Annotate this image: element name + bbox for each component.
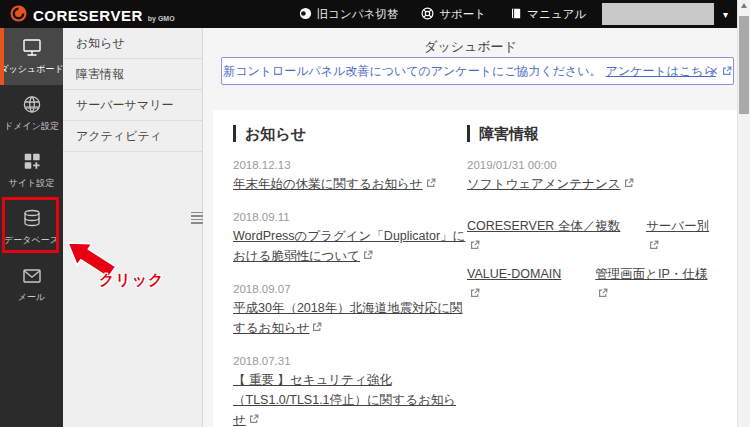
sidebar-item-label: データベース — [4, 234, 59, 247]
survey-banner-message: 新コントロールパネル改善についてのアンケートにご協力ください。 — [223, 63, 601, 80]
dashboard-icon — [21, 38, 43, 58]
account-box[interactable] — [602, 3, 714, 25]
incident-filter-link[interactable]: 管理画面とIP・仕様 — [595, 264, 717, 304]
external-link-icon — [598, 288, 608, 298]
sidebar-item-database[interactable]: データベース — [0, 199, 63, 256]
news-link-label: 平成30年（2018年）北海道地震対応に関するお知らせ — [233, 301, 463, 335]
scrollbar-thumb[interactable] — [739, 16, 749, 114]
incident-item: 2019/01/31 00:00 ソフトウェアメンテナンス — [467, 159, 717, 194]
submenu-item-activity[interactable]: アクティビティ — [63, 121, 202, 152]
news-link-label: 年末年始の休業に関するお知らせ — [233, 177, 423, 191]
sidebar-item-dashboard[interactable]: ダッシュボード — [0, 28, 63, 85]
news-link[interactable]: 平成30年（2018年）北海道地震対応に関するお知らせ — [233, 301, 463, 335]
top-nav: 旧コンパネ切替 サポート マニュアル — [299, 7, 586, 22]
survey-banner: 新コントロールパネル改善についてのアンケートにご協力ください。 アンケートはこち… — [221, 57, 734, 85]
coreserver-logo: CORESERVER by GMO — [0, 5, 175, 23]
news-link[interactable]: 【 重要 】セキュリティ強化（TLS1.0/TLS1.1停止）に関するお知らせ — [233, 373, 456, 427]
survey-link-label: アンケートはこちら — [606, 63, 716, 80]
incidents-section: 障害情報 2019/01/31 00:00 ソフトウェアメンテナンス CORES… — [467, 125, 717, 427]
submenu-item-news[interactable]: お知らせ — [63, 28, 202, 59]
incidents-heading: 障害情報 — [467, 125, 717, 142]
external-link-icon — [363, 250, 373, 260]
external-link-icon — [722, 66, 732, 76]
news-item: 2018.09.11 WordPressのプラグイン「Duplicator」にお… — [233, 211, 467, 266]
sidebar-item-site[interactable]: サイト設定 — [0, 142, 63, 199]
link-label: VALUE-DOMAIN — [467, 267, 561, 281]
external-link-icon — [624, 178, 634, 188]
annotation-click-label: クリック — [99, 271, 164, 290]
support-label: サポート — [439, 7, 486, 22]
vertical-scrollbar — [737, 0, 750, 427]
news-link-label: 【 重要 】セキュリティ強化（TLS1.0/TLS1.1停止）に関するお知らせ — [233, 373, 456, 427]
brand-name: CORESERVER — [33, 8, 143, 23]
scrollbar-up-arrow[interactable] — [738, 0, 750, 13]
sidebar-item-label: サイト設定 — [9, 177, 55, 190]
news-link-label: WordPressのプラグイン「Duplicator」における脆弱性について — [233, 229, 465, 263]
news-section: お知らせ 2018.12.13 年末年始の休業に関するお知らせ 2018.09.… — [233, 125, 467, 427]
submenu-item-incidents[interactable]: 障害情報 — [63, 59, 202, 90]
panel-resize-grip[interactable] — [191, 212, 203, 224]
manual-button[interactable]: マニュアル — [509, 7, 586, 22]
old-panel-switch-label: 旧コンパネ切替 — [317, 7, 399, 22]
external-link-icon — [470, 288, 480, 298]
sidebar-item-label: ダッシュボード — [0, 63, 64, 76]
link-label: サーバー別 — [646, 219, 709, 233]
incident-link[interactable]: ソフトウェアメンテナンス — [467, 177, 634, 191]
old-panel-switch-button[interactable]: 旧コンパネ切替 — [299, 7, 399, 22]
news-item: 2018.09.07 平成30年（2018年）北海道地震対応に関するお知らせ — [233, 283, 467, 338]
site-grid-plus-icon — [21, 152, 43, 172]
brand-suffix: by GMO — [148, 15, 175, 23]
top-bar: CORESERVER by GMO 旧コンパネ切替 サポート マニュアル — [0, 0, 737, 28]
mail-icon — [21, 266, 43, 286]
incident-links: CORESERVER 全体／複数 サーバー別 VALUE-DOMAIN 管理画面… — [467, 216, 717, 304]
external-link-icon — [649, 240, 659, 250]
news-date: 2018.09.07 — [233, 283, 467, 295]
news-item: 2018.07.31 【 重要 】セキュリティ強化（TLS1.0/TLS1.1停… — [233, 355, 467, 427]
news-date: 2018.09.11 — [233, 211, 467, 223]
banner-close-button[interactable]: × — [709, 63, 718, 78]
incident-link-label: ソフトウェアメンテナンス — [467, 177, 621, 191]
support-button[interactable]: サポート — [421, 7, 486, 22]
domain-globe-icon: www — [21, 95, 43, 115]
support-icon — [421, 7, 434, 22]
sidebar-item-label: メール — [18, 291, 45, 304]
link-label: CORESERVER 全体／複数 — [467, 219, 620, 233]
manual-label: マニュアル — [527, 7, 586, 22]
svg-text:www: www — [24, 104, 39, 110]
coreserver-logo-icon — [10, 5, 27, 22]
account-caret-icon[interactable]: ▾ — [723, 9, 728, 20]
news-date: 2018.07.31 — [233, 355, 467, 367]
news-link[interactable]: WordPressのプラグイン「Duplicator」における脆弱性について — [233, 229, 465, 263]
incident-filter-link[interactable]: VALUE-DOMAIN — [467, 264, 571, 304]
toggle-icon — [299, 7, 312, 22]
incident-date: 2019/01/31 00:00 — [467, 159, 717, 171]
news-item: 2018.12.13 年末年始の休業に関するお知らせ — [233, 159, 467, 194]
sidebar-item-mail[interactable]: メール — [0, 256, 63, 313]
external-link-icon — [312, 322, 322, 332]
incident-filter-link[interactable]: CORESERVER 全体／複数 — [467, 216, 622, 256]
external-link-icon — [426, 178, 436, 188]
manual-icon — [509, 7, 522, 22]
news-link[interactable]: 年末年始の休業に関するお知らせ — [233, 177, 436, 191]
sidebar-item-label: ドメイン設定 — [4, 120, 59, 133]
submenu-item-server-summary[interactable]: サーバーサマリー — [63, 90, 202, 121]
dashboard-submenu: お知らせ 障害情報 サーバーサマリー アクティビティ — [63, 28, 203, 427]
external-link-icon — [249, 414, 259, 424]
dashboard-card: お知らせ 2018.12.13 年末年始の休業に関するお知らせ 2018.09.… — [213, 110, 737, 427]
news-date: 2018.12.13 — [233, 159, 467, 171]
link-label: 管理画面とIP・仕様 — [595, 267, 707, 281]
incident-filter-link[interactable]: サーバー別 — [646, 216, 717, 256]
main-content: ダッシュボード 新コントロールパネル改善についてのアンケートにご協力ください。 … — [204, 28, 737, 427]
sidebar: ダッシュボード www ドメイン設定 サイト設定 デー — [0, 28, 63, 427]
sidebar-item-domain[interactable]: www ドメイン設定 — [0, 85, 63, 142]
external-link-icon — [470, 240, 480, 250]
database-icon — [21, 209, 43, 229]
news-heading: お知らせ — [233, 125, 467, 142]
page-title: ダッシュボード — [204, 28, 737, 56]
